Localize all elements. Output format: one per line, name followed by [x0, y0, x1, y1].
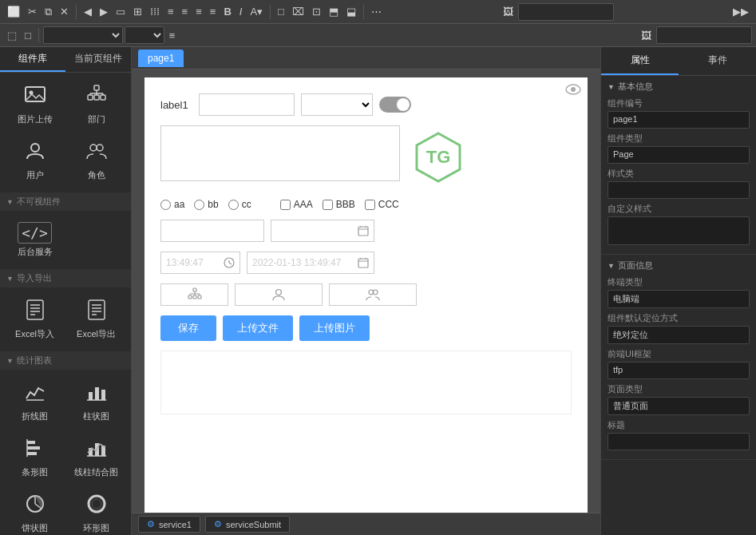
radio-cc[interactable]: cc	[228, 199, 251, 210]
select1[interactable]	[301, 93, 373, 116]
tb-align5-btn[interactable]: ≡	[192, 4, 205, 19]
tb2-layout2-btn[interactable]: □	[22, 28, 34, 43]
terminal-label: 终端类型	[608, 276, 750, 288]
svg-point-41	[92, 499, 101, 509]
page-tab-page1[interactable]: page1	[138, 50, 184, 67]
sidebar-item-ring-chart[interactable]: 环形图	[66, 486, 126, 535]
radio-aa[interactable]: aa	[160, 199, 184, 210]
label1-text: label1	[160, 99, 192, 111]
tb-cut-btn[interactable]: ✂	[25, 4, 40, 19]
tb-copy-btn[interactable]: ⬜	[4, 4, 23, 19]
title-value[interactable]	[608, 433, 750, 450]
sidebar-item-label-excel-import: Excel导入	[15, 328, 54, 340]
save-button[interactable]: 保存	[160, 315, 216, 341]
right-tab-events[interactable]: 事件	[679, 47, 756, 75]
tb-border1-btn[interactable]: □	[275, 4, 287, 19]
tb-align2-btn[interactable]: ⁞⁞⁞	[147, 4, 163, 19]
tb-align-center-btn[interactable]: ▶	[97, 4, 111, 19]
tb-image-btn[interactable]: 🖼	[500, 4, 517, 19]
sidebar-item-combo-chart[interactable]: 线柱结合图	[66, 430, 126, 485]
sidebar-item-bar-chart[interactable]: 柱状图	[66, 374, 126, 429]
tb2-select1[interactable]	[43, 26, 123, 44]
tb-border3-btn[interactable]: ⊡	[309, 4, 324, 19]
tb-more2-btn[interactable]: ▶▶	[730, 4, 752, 19]
comp-type-value[interactable]: Page	[608, 146, 750, 164]
style-class-value[interactable]	[608, 181, 750, 199]
page-type-value[interactable]: 普通页面	[608, 397, 750, 415]
tb-duplicate-btn[interactable]: ⧉	[42, 4, 55, 20]
prop-row-page-type: 页面类型 普通页面	[608, 383, 750, 415]
input1[interactable]	[199, 93, 295, 116]
right-tab-props[interactable]: 属性	[601, 47, 679, 75]
tb-layout1-btn[interactable]: ▭	[113, 4, 129, 19]
datetime-picker[interactable]: 2022-01-13 13:49:47	[247, 252, 374, 274]
tb-layout2-btn[interactable]: ⊞	[130, 4, 145, 19]
radio-bb[interactable]: bb	[194, 199, 218, 210]
page-info-title: 页面信息	[608, 260, 750, 271]
tb-border2-btn[interactable]: ⌧	[289, 4, 307, 19]
tb-border4-btn[interactable]: ⬒	[326, 4, 342, 19]
tb-align-left-btn[interactable]: ◀	[81, 4, 95, 19]
tb-border5-btn[interactable]: ⬓	[343, 4, 359, 19]
tb-close-btn[interactable]: ✕	[57, 4, 72, 19]
tb-bold-btn[interactable]: B	[220, 4, 234, 19]
sidebar-item-label-line: 折线图	[22, 410, 48, 422]
tb2-img-btn[interactable]: 🖼	[638, 28, 655, 43]
custom-style-value[interactable]	[608, 216, 750, 245]
tb-align3-btn[interactable]: ≡	[164, 4, 177, 19]
sidebar-item-role[interactable]: 角色	[66, 133, 126, 188]
sidebar-item-backend-service[interactable]: </> 后台服务	[5, 216, 65, 264]
bottom-tab-service-submit[interactable]: ⚙ serviceSubmit	[205, 516, 290, 533]
sidebar-item-user[interactable]: 用户	[5, 133, 65, 188]
position-value[interactable]: 绝对定位	[608, 326, 750, 344]
tb2-layout1-btn[interactable]: ⬚	[4, 28, 20, 43]
checkbox-AAA[interactable]: AAA	[280, 199, 313, 210]
upload-file-button[interactable]: 上传文件	[223, 315, 293, 341]
excel-import-icon	[24, 299, 46, 326]
toggle1[interactable]	[379, 97, 411, 113]
tb-align4-btn[interactable]: ≡	[179, 4, 192, 19]
tb2-list-btn[interactable]: ≡	[166, 28, 179, 43]
time-value: 13:49:47	[166, 257, 204, 268]
svg-rect-2	[94, 85, 99, 90]
svg-point-12	[90, 145, 97, 151]
prop-row-title: 标题	[608, 419, 750, 450]
checkbox-CCC[interactable]: CCC	[365, 199, 399, 210]
sidebar-item-department[interactable]: 部门	[66, 77, 126, 132]
date-picker[interactable]	[271, 220, 374, 242]
sidebar-tab-components[interactable]: 组件库	[0, 47, 65, 72]
ui-framework-label: 前端UI框架	[608, 348, 750, 360]
upload-image-button[interactable]: 上传图片	[299, 315, 370, 341]
sidebar-item-excel-import[interactable]: Excel导入	[5, 292, 65, 347]
sidebar-item-excel-export[interactable]: Excel导出	[66, 292, 126, 347]
prop-row-terminal: 终端类型 电脑端	[608, 276, 750, 308]
sidebar-item-hbar-chart[interactable]: 条形图	[5, 430, 65, 485]
tb-more-btn[interactable]: ⋯	[368, 4, 385, 19]
person-input[interactable]	[235, 283, 323, 306]
visibility-icon[interactable]	[565, 84, 581, 98]
sidebar-item-label-combo: 线柱结合图	[74, 466, 118, 478]
tb-italic-btn[interactable]: I	[236, 4, 246, 19]
sidebar-tab-current-page[interactable]: 当前页组件	[65, 47, 131, 72]
sidebar-item-pie-chart[interactable]: 饼状图	[5, 486, 65, 535]
terminal-value[interactable]: 电脑端	[608, 290, 750, 308]
tb-font-color-btn[interactable]: A▾	[247, 4, 266, 19]
time-picker[interactable]: 13:49:47	[160, 252, 240, 274]
checkbox-group: AAA BBB CCC	[280, 199, 399, 210]
tb-text-input[interactable]	[518, 3, 614, 21]
sidebar-item-image-upload[interactable]: 图片上传	[5, 77, 65, 132]
bottom-tab-service1[interactable]: ⚙ service1	[138, 516, 200, 533]
ui-framework-value[interactable]: tfp	[608, 362, 750, 379]
textarea1[interactable]	[160, 125, 400, 181]
section-import-export: 导入导出	[0, 269, 131, 287]
text-input2[interactable]	[160, 220, 264, 242]
tree-input[interactable]	[160, 283, 228, 306]
sidebar-item-label-image-upload: 图片上传	[18, 113, 53, 125]
comp-id-value[interactable]: page1	[608, 111, 750, 129]
checkbox-BBB[interactable]: BBB	[323, 199, 355, 210]
person2-input[interactable]	[329, 283, 417, 306]
tb-align6-btn[interactable]: ≡	[207, 4, 220, 19]
tb2-text-input[interactable]	[656, 26, 752, 44]
sidebar-item-line-chart[interactable]: 折线图	[5, 374, 65, 429]
tb2-select2[interactable]	[125, 26, 164, 44]
